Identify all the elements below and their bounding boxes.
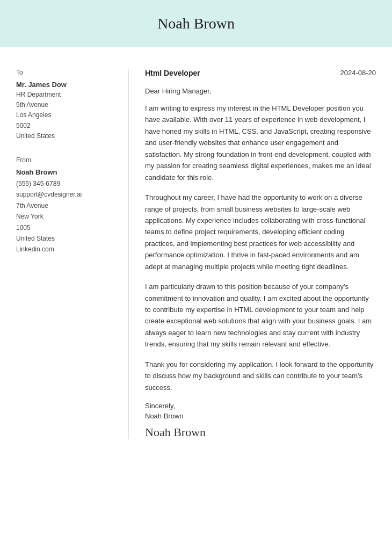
left-column: To Mr. James Dow HR Department 5th Avenu…: [16, 69, 129, 439]
sender-phone: (555) 345-6789: [16, 178, 118, 189]
to-label: To: [16, 69, 118, 76]
to-section: To Mr. James Dow HR Department 5th Avenu…: [16, 69, 118, 141]
from-section: From Noah Brown (555) 345-6789 support@c…: [16, 156, 118, 255]
recipient-street: 5th Avenue: [16, 100, 118, 110]
sender-zip: 1005: [16, 222, 118, 233]
letter-signature: Noah Brown: [145, 425, 376, 439]
sender-city: New York: [16, 211, 118, 222]
recipient-department: HR Department: [16, 90, 118, 100]
from-label: From: [16, 156, 118, 164]
sender-email: support@cvdesigner.ai: [16, 189, 118, 200]
sender-linkedin: Linkedin.com: [16, 244, 118, 255]
recipient-zip: 5002: [16, 121, 118, 131]
sender-street: 7th Avenue: [16, 200, 118, 211]
letter-header: Html Developer 2024-08-20: [145, 69, 376, 77]
letter-greeting: Dear Hiring Manager,: [145, 87, 376, 95]
header-name: Noah Brown: [11, 15, 381, 32]
page-header: Noah Brown: [0, 0, 392, 47]
job-title: Html Developer: [145, 69, 200, 77]
letter-closing-name: Noah Brown: [145, 412, 376, 420]
letter-paragraph-2: Throughout my career, I have had the opp…: [145, 192, 376, 272]
sender-name: Noah Brown: [16, 168, 118, 176]
right-column: Html Developer 2024-08-20 Dear Hiring Ma…: [129, 69, 376, 439]
main-content: To Mr. James Dow HR Department 5th Avenu…: [0, 47, 392, 461]
letter-date: 2024-08-20: [340, 69, 376, 77]
recipient-name: Mr. James Dow: [16, 81, 118, 89]
letter-closing: Sincerely,: [145, 402, 376, 410]
sender-country: United States: [16, 233, 118, 244]
letter-paragraph-1: I am writing to express my interest in t…: [145, 103, 376, 183]
recipient-country: United States: [16, 131, 118, 141]
recipient-city: Los Angeles: [16, 110, 118, 120]
letter-paragraph-3: I am particularly drawn to this position…: [145, 281, 376, 350]
letter-paragraph-4: Thank you for considering my application…: [145, 359, 376, 393]
